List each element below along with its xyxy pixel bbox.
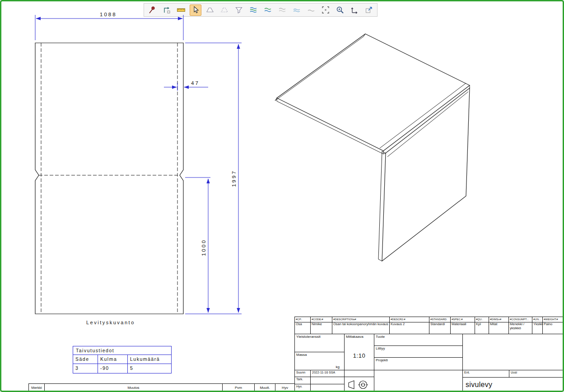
- dim-flange-text: 47: [191, 80, 200, 86]
- checked-value-cell: [311, 377, 345, 384]
- related-cell: Liittyy: [374, 346, 463, 358]
- title-block-label-10: Paino: [543, 322, 563, 334]
- title-block-code-9: #UN...: [532, 317, 543, 322]
- title-block-label-8: Menekki / yksikkö: [509, 322, 532, 334]
- title-block-code-4: #STANDARD.: [429, 317, 451, 322]
- title-block-code-2: #DESCRIPTIONs#: [332, 317, 390, 322]
- scale-label: Mittakaava: [346, 335, 364, 339]
- bend-table-val-1: -90: [98, 364, 128, 373]
- previous-label-cell: Ent.: [463, 370, 509, 378]
- flat-view-label: Levityskuvanto: [86, 320, 135, 325]
- new-label-cell: Uusi: [509, 370, 564, 378]
- title-block-code-5: #SPEC:#: [451, 317, 475, 322]
- scale-value: 1:10: [345, 352, 374, 359]
- title-block-labels-row: OsaNimikeOsan tai kokoonpanoryhmän kuvau…: [295, 322, 563, 334]
- approved-value-cell: [311, 384, 345, 392]
- empty-cell: [345, 370, 374, 377]
- general-tolerances-cell: Yleistoleranssit: [295, 334, 345, 352]
- mass-cell: Massa kg: [295, 352, 345, 370]
- revision-col-0: Merkki: [29, 384, 45, 392]
- bend-data-table: Taivutustiedot SädeKulmaLukumäärä 3-905: [73, 346, 172, 373]
- title-block-code-8: #CONSUMPT...: [509, 317, 532, 322]
- dim-height-text: 1997: [231, 170, 237, 187]
- title-block-code-10: #WEIGHT:#: [543, 317, 563, 322]
- projection-cell: [345, 377, 374, 392]
- dim-width-text: 1088: [100, 12, 117, 17]
- title-block-label-3: Kuvaus 2: [390, 322, 429, 334]
- title-block: #CP..#CODE:##DESCRIPTIONs##DESCR2:##STAN…: [294, 317, 564, 392]
- revision-col-1: Muutos: [45, 384, 223, 392]
- title-block-code-7: #DIMSn#: [489, 317, 509, 322]
- title-block-label-0: Osa: [295, 322, 311, 334]
- checked-label-cell: Tark.: [295, 377, 311, 384]
- revision-col-4: Hyv: [275, 384, 294, 392]
- bend-table-value-row: 3-905: [73, 364, 171, 373]
- flat-pattern-view: 1088 47 1997 1000 Levityskuvanto: [35, 12, 242, 325]
- title-block-code-0: #CP..: [295, 317, 311, 322]
- title-block-code-1: #CODE:#: [311, 317, 332, 322]
- revision-col-2: Pvm: [223, 384, 255, 392]
- title-block-label-5: Materiaali: [451, 322, 475, 334]
- mass-label: Massa: [296, 353, 307, 357]
- mass-unit: kg: [336, 365, 340, 369]
- title-block-label-6: Kpl: [475, 322, 489, 334]
- bend-table-col-0: Säde: [73, 355, 98, 364]
- bend-table-col-1: Kulma: [98, 355, 128, 364]
- part-name-cell: sivulevy: [463, 378, 564, 392]
- project-cell: Projekti: [374, 358, 463, 370]
- approved-label-cell: Hyv.: [295, 384, 311, 392]
- title-block-codes-row: #CP..#CODE:##DESCRIPTIONs##DESCR2:##STAN…: [295, 317, 563, 322]
- revision-col-3: Muutt.: [255, 384, 275, 392]
- bend-table-val-2: 5: [128, 364, 171, 373]
- bend-table-val-0: 3: [73, 364, 98, 373]
- title-block-label-1: Nimike: [311, 322, 332, 334]
- revision-strip: MerkkiMuutosPvmMuutt.Hyv: [28, 383, 295, 392]
- title-block-label-2: Osan tai kokoonpanoryhmän kuvaus: [332, 322, 390, 334]
- title-block-code-3: #DESCR2:#: [390, 317, 429, 322]
- bend-table-header-row: SädeKulmaLukumäärä: [73, 355, 171, 364]
- title-block-label-4: Standardi: [429, 322, 451, 334]
- title-block-code-6: #QU..: [475, 317, 489, 322]
- isometric-view: [275, 34, 470, 261]
- bend-table-title: Taivutustiedot: [73, 346, 171, 355]
- scale-cell: Mittakaava 1:10: [345, 334, 374, 370]
- title-block-label-9: Yksikkö: [532, 322, 543, 334]
- bend-table-col-2: Lukumäärä: [128, 355, 171, 364]
- designer-value-cell: 2022-11-16 SSA: [311, 370, 345, 377]
- empty-cell: [463, 334, 564, 370]
- projection-symbol-icon: [347, 379, 372, 391]
- empty-cell: [374, 370, 463, 392]
- product-cell: Tuote: [374, 334, 463, 346]
- designer-label-cell: Suunn: [295, 370, 311, 377]
- cad-drawing-sheet: 1088 47 1997 1000 Levityskuvanto: [0, 0, 564, 392]
- title-block-label-7: Mitat: [489, 322, 509, 334]
- dim-inner-text: 1000: [201, 239, 206, 256]
